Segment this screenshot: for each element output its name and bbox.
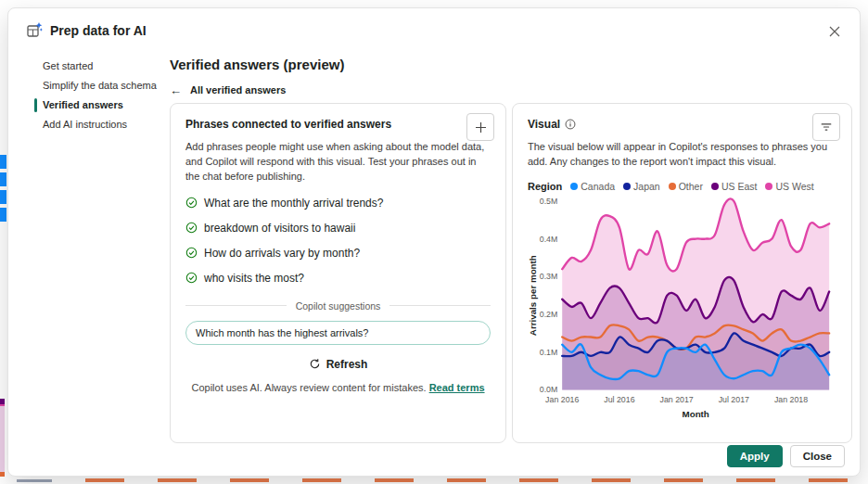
add-phrase-button[interactable] [466,113,494,141]
visual-panel-title: Visual [528,118,560,131]
dialog-footer: Apply Close [727,445,845,467]
read-terms-link[interactable]: Read terms [429,382,485,393]
background-bar [0,190,6,204]
legend-swatch [669,183,676,190]
svg-text:Month: Month [683,409,709,419]
phrase-item[interactable]: breakdown of visitors to hawaii [185,222,491,235]
phrase-text: who visits the most? [204,272,304,285]
legend-item-us-west: US West [765,181,813,192]
back-link[interactable]: ← All verified answers [170,84,286,96]
main-content: Verified answers (preview) ← All verifie… [170,53,852,443]
visual-panel: Visual The visual below will appear in C… [512,103,852,443]
svg-text:0.3M: 0.3M [540,272,558,281]
svg-text:Jul 2016: Jul 2016 [604,395,634,404]
suggestion-chip[interactable]: Which month has the highest arrivals? [185,321,491,345]
svg-text:Jan 2017: Jan 2017 [660,395,694,404]
check-circle-icon [185,197,198,209]
legend-item-us-east: US East [711,181,758,192]
svg-text:0.4M: 0.4M [540,234,558,243]
phrases-panel-title: Phrases connected to verified answers [185,118,391,131]
background-text-fragment [17,479,52,482]
visual-panel-description: The visual below will appear in Copilot'… [528,140,836,170]
apply-button[interactable]: Apply [727,445,783,467]
phrases-panel-description: Add phrases people might use when asking… [185,140,491,185]
sidebar-item-get-started[interactable]: Get started [34,57,166,76]
check-circle-icon [185,222,198,234]
svg-text:0.0M: 0.0M [540,385,558,394]
phrase-text: What are the monthly arrival trends? [204,197,383,210]
filter-icon [820,121,833,134]
phrase-text: How do arrivals vary by month? [204,247,360,260]
legend-swatch [765,183,772,190]
chart-legend: Region Canada Japan Other US East US Wes… [528,181,836,192]
sidebar: Get started Simplify the data schema Ver… [34,57,166,134]
svg-text:0.1M: 0.1M [540,348,558,357]
refresh-button[interactable]: Refresh [303,357,374,372]
sidebar-item-simplify-schema[interactable]: Simplify the data schema [34,76,166,96]
legend-title: Region [528,181,562,192]
svg-text:0.2M: 0.2M [540,310,558,319]
refresh-icon [309,358,321,370]
back-link-label: All verified answers [190,84,286,96]
close-icon[interactable] [824,21,845,42]
sidebar-item-ai-instructions[interactable]: Add AI instructions [34,115,166,134]
svg-text:Arrivals per month: Arrivals per month [528,255,538,336]
check-circle-icon [185,247,198,259]
legend-item-japan: Japan [623,181,660,192]
legend-swatch [711,183,719,190]
svg-text:Jan 2016: Jan 2016 [545,395,579,404]
background-bar [0,208,6,222]
svg-text:Jan 2018: Jan 2018 [774,395,808,404]
back-arrow-icon: ← [170,85,182,96]
phrase-item[interactable]: who visits the most? [185,272,491,285]
background-text-fragments [85,478,868,482]
svg-text:0.5M: 0.5M [540,197,558,206]
copilot-suggestions-divider: Copilot suggestions [185,300,491,312]
background-fragment [0,404,5,473]
visual-chart: 0.0M0.1M0.2M0.3M0.4M0.5MJan 2016Jul 2016… [528,194,836,423]
info-icon[interactable] [565,119,576,130]
copilot-disclaimer: Copilot uses AI. Always review content f… [185,382,491,393]
phrases-panel: Phrases connected to verified answers Ad… [170,103,506,443]
sidebar-item-verified-answers[interactable]: Verified answers [34,96,166,115]
page-title: Verified answers (preview) [170,57,852,72]
close-button[interactable]: Close [790,445,845,467]
legend-swatch [570,183,578,190]
phrase-item[interactable]: What are the monthly arrival trends? [185,197,491,210]
check-circle-icon [185,272,198,284]
prep-data-dialog: Prep data for AI Get started Simplify th… [7,7,861,477]
phrase-item[interactable]: How do arrivals vary by month? [185,247,491,260]
background-bar [0,172,6,186]
background-bar [0,155,6,169]
legend-item-other: Other [669,181,703,192]
svg-text:Jul 2017: Jul 2017 [719,395,749,404]
phrase-text: breakdown of visitors to hawaii [204,222,355,235]
filter-button[interactable] [812,113,840,141]
plus-icon [475,121,487,134]
legend-swatch [623,183,631,190]
legend-item-canada: Canada [570,181,615,192]
background-fragment [0,472,5,477]
prep-data-icon [27,22,43,38]
dialog-title: Prep data for AI [50,23,147,38]
dialog-header: Prep data for AI [27,22,147,38]
